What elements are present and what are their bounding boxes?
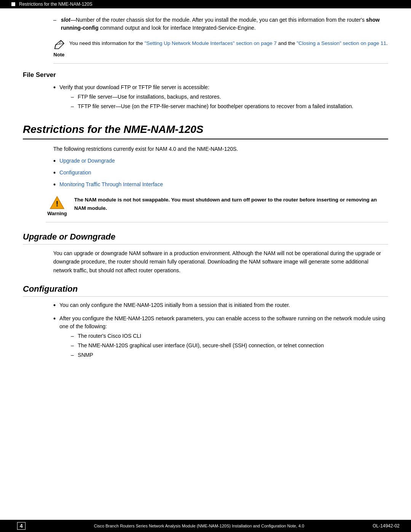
link-item-3: • Monitoring Traffic Through Internal In… bbox=[53, 181, 388, 190]
upgrade-downgrade-link[interactable]: Upgrade or Downgrade bbox=[59, 157, 115, 165]
configuration-heading: Configuration bbox=[23, 284, 388, 297]
intro-section: slot—Number of the router chassis slot f… bbox=[53, 16, 388, 32]
header-bar: Restrictions for the NME-NAM-120S bbox=[0, 0, 411, 8]
footer-right-text: OL-14942-02 bbox=[373, 523, 400, 529]
warning-icon-wrap: ! Warning bbox=[46, 196, 68, 216]
warning-triangle-icon: ! bbox=[49, 196, 65, 209]
note-link2[interactable]: "Closing a Session" section on page 11 bbox=[296, 40, 386, 46]
upgrade-downgrade-body: You can upgrade or downgrade NAM softwar… bbox=[53, 249, 388, 275]
note-box: Note You need this information for the "… bbox=[53, 40, 388, 64]
svg-text:!: ! bbox=[56, 200, 59, 208]
slot-item: slot—Number of the router chassis slot f… bbox=[53, 16, 388, 32]
configuration-link[interactable]: Configuration bbox=[59, 169, 91, 177]
note-label: Note bbox=[54, 52, 65, 58]
chapter-intro: The following restrictions currently exi… bbox=[53, 145, 388, 153]
config-bullet2: • After you configure the NME-NAM-120S n… bbox=[53, 315, 388, 361]
bullet-dot-r2: • bbox=[53, 168, 56, 178]
warning-box: ! Warning The NAM module is not hot swap… bbox=[46, 196, 388, 222]
file-server-bullet1-text: Verify that your download FTP or TFTP fi… bbox=[59, 84, 209, 90]
link-item-2: • Configuration bbox=[53, 169, 388, 178]
slot-term: slot bbox=[61, 17, 70, 23]
show-command: show running-config bbox=[61, 17, 380, 31]
bullet-dot-1: • bbox=[53, 83, 56, 93]
note-text-after: . bbox=[386, 40, 388, 46]
configuration-bullet-list: • You can only configure the NME-NAM-120… bbox=[53, 301, 388, 361]
warning-text: The NAM module is not hot swappable. You… bbox=[74, 196, 388, 212]
config-sub-item-1: The router's Cisco IOS CLI bbox=[71, 332, 388, 340]
config-sub-list: The router's Cisco IOS CLI The NME-NAM-1… bbox=[71, 332, 388, 359]
file-server-heading: File Server bbox=[23, 71, 388, 79]
note-link1[interactable]: "Setting Up Network Module Interfaces" s… bbox=[145, 40, 277, 46]
header-label: Restrictions for the NME-NAM-120S bbox=[19, 2, 92, 7]
monitoring-traffic-link[interactable]: Monitoring Traffic Through Internal Inte… bbox=[59, 181, 163, 189]
config-sub-item-2: The NME-NAM-120S graphical user interfac… bbox=[71, 342, 388, 350]
footer: 4 Cisco Branch Routers Series Network An… bbox=[0, 520, 411, 532]
config-bullet2-text: After you configure the NME-NAM-120S net… bbox=[59, 315, 385, 329]
config-bullet1-text: You can only configure the NME-NAM-120S … bbox=[59, 301, 290, 309]
config-bullet1: • You can only configure the NME-NAM-120… bbox=[53, 301, 388, 311]
main-content: slot—Number of the router chassis slot f… bbox=[0, 8, 411, 520]
bullet-dot-r1: • bbox=[53, 156, 56, 166]
svg-line-1 bbox=[61, 40, 64, 43]
note-pencil-icon bbox=[53, 40, 65, 51]
link-item-1: • Upgrade or Downgrade bbox=[53, 157, 388, 166]
header-square-icon bbox=[11, 2, 15, 6]
footer-page-num: 4 bbox=[17, 522, 25, 530]
bullet-dot-r3: • bbox=[53, 180, 56, 190]
file-server-bullet1: • Verify that your download FTP or TFTP … bbox=[53, 83, 388, 112]
slot-description: —Number of the router chassis slot for t… bbox=[61, 17, 380, 31]
footer-center-text: Cisco Branch Routers Series Network Anal… bbox=[25, 524, 373, 528]
note-text: You need this information for the "Setti… bbox=[69, 40, 388, 47]
upgrade-downgrade-heading: Upgrade or Downgrade bbox=[23, 232, 388, 244]
warning-label: Warning bbox=[47, 211, 67, 216]
tftp-server-item: TFTP file server—Use (on the FTP-file-se… bbox=[71, 102, 353, 110]
restrictions-links-list: • Upgrade or Downgrade • Configuration •… bbox=[53, 157, 388, 190]
note-icon-wrap: Note bbox=[53, 40, 65, 58]
file-server-bullet-list: • Verify that your download FTP or TFTP … bbox=[53, 83, 388, 112]
footer-left: 4 bbox=[11, 522, 25, 530]
note-text-before-link1: You need this information for the bbox=[69, 40, 145, 46]
config-sub-item-3: SNMP bbox=[71, 351, 388, 359]
svg-line-0 bbox=[55, 45, 56, 49]
bullet-dot-c2: • bbox=[53, 314, 56, 324]
ftp-server-item: FTP file server—Use for installations, b… bbox=[71, 93, 353, 101]
bullet-dot-c1: • bbox=[53, 300, 56, 311]
note-text-between: and the bbox=[277, 40, 297, 46]
file-server-sub-list: FTP file server—Use for installations, b… bbox=[71, 93, 353, 110]
chapter-heading: Restrictions for the NME-NAM-120S bbox=[23, 123, 388, 139]
